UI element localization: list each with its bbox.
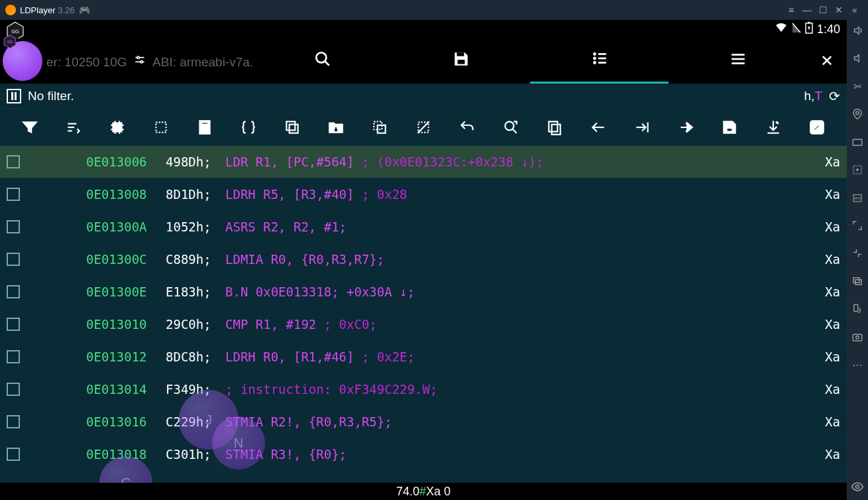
search-again-button[interactable] [489,119,533,136]
add-panel-icon[interactable] [851,163,864,176]
calculator-button[interactable] [183,119,227,136]
svg-point-41 [206,126,207,127]
row-asm: B.N 0x0E013318; +0x30A ↓; [225,284,825,299]
volume-down-icon[interactable] [851,52,864,65]
row-asm: STMIA R3!, {R0}; [225,447,825,462]
svg-point-76 [856,485,859,489]
svg-point-61 [856,111,859,115]
row-address: 0E01300A [86,219,166,234]
tab-saved[interactable] [392,38,530,84]
row-asm: ; instruction: 0xF349C229.W; [225,382,825,397]
tab-memory[interactable] [530,38,669,84]
disasm-row[interactable]: 0E01300C C889h; LDMIA R0, {R0,R3,R7}; Xa [0,243,847,276]
row-address: 0E013006 [86,155,166,169]
row-checkbox[interactable] [7,253,20,266]
row-type: Xa [825,317,840,332]
row-checkbox[interactable] [7,318,20,331]
row-checkbox[interactable] [7,155,20,168]
row-address: 0E01300C [86,252,166,267]
wifi-icon [775,23,788,36]
row-hex: E183h; [166,284,225,299]
disasm-row[interactable]: 0E013010 29C0h; CMP R1, #192 ; 0xC0; Xa [0,308,847,341]
volume-up-icon[interactable] [851,24,864,37]
search-icon [314,50,331,72]
expand-icon[interactable] [851,219,864,232]
close-panel-button[interactable]: ✕ [807,52,847,70]
row-address: 0E013008 [86,187,166,202]
braces-button[interactable] [227,119,270,136]
copy-value-button[interactable] [533,119,576,136]
row-asm: CMP R1, #192 ; 0xC0; [225,317,825,332]
scissors-icon[interactable]: ✂ [851,80,864,93]
svg-rect-53 [549,121,557,131]
row-hex: 498Dh; [166,155,225,169]
collapse-button[interactable]: « [847,5,863,15]
controller-icon: 🎮 [79,5,90,15]
download-button[interactable] [751,119,795,136]
filter-label: No filter. [28,89,74,103]
keyboard-icon[interactable] [851,135,864,149]
eye-icon[interactable] [851,480,864,493]
row-hex: 8DC8h; [166,349,225,364]
disasm-row[interactable]: 0E01300E E183h; B.N 0x0E013318; +0x30A ↓… [0,276,847,308]
row-checkbox[interactable] [7,220,20,233]
disasm-row[interactable]: 0E013016 C229h; STMIA R2!, {R0,R3,R5}; X… [0,406,847,438]
folder-button[interactable] [314,119,358,136]
disasm-row[interactable]: 0E013018 C301h; STMIA R3!, {R0}; Xa [0,438,847,471]
save-file-button[interactable] [708,119,751,136]
row-checkbox[interactable] [7,350,20,363]
edit-button[interactable] [795,119,839,136]
menu-button[interactable]: ≡ [783,5,799,15]
undo-button[interactable] [445,119,489,136]
tab-settings[interactable] [669,38,807,84]
location-icon[interactable] [851,107,864,121]
rotate-icon[interactable] [851,302,864,316]
screenshot-icon[interactable] [851,330,864,344]
collapse-icon[interactable] [851,247,864,260]
pause-button[interactable] [7,89,21,103]
refresh-button[interactable]: ⟳ [829,88,840,104]
more-icon[interactable]: ⋯ [851,358,864,371]
disasm-row[interactable]: 0E013008 8D1Dh; LDRH R5, [R3,#40] ; 0x28… [0,178,847,211]
disasm-row[interactable]: 0E013006 498Dh; LDR R1, [PC,#564] ; (0x0… [0,146,847,178]
svg-point-40 [204,126,205,127]
deselect-button[interactable] [402,119,445,136]
row-hex: C889h; [166,252,225,267]
svg-point-42 [202,129,203,131]
row-checkbox[interactable] [7,415,20,428]
apk-icon[interactable]: APK [851,191,864,204]
tab-search[interactable] [253,38,392,84]
goto-in-button[interactable] [620,119,664,136]
filter-list-button[interactable] [52,119,95,136]
disasm-row[interactable]: 0E01300A 1052h; ASRS R2, R2, #1; Xa [0,211,847,243]
goto-forward-button[interactable] [664,119,708,136]
disasm-row[interactable]: 0E013012 8DC8h; LDRH R0, [R1,#46] ; 0x2E… [0,341,847,373]
select-region-button[interactable] [139,119,183,136]
maximize-button[interactable]: ☐ [815,5,831,15]
svg-rect-38 [201,122,209,124]
close-button[interactable]: ✕ [831,5,847,15]
copy-button[interactable] [270,119,314,136]
disasm-row[interactable]: 0E013014 F349h; ; instruction: 0xF349C22… [0,373,847,406]
row-checkbox[interactable] [7,383,20,396]
row-checkbox[interactable] [7,285,20,298]
row-checkbox[interactable] [7,448,20,461]
row-hex: C301h; [166,447,225,462]
row-type: Xa [825,349,840,364]
android-statusbar: GG 1:40 [0,20,847,38]
gg-float-button[interactable]: GG [3,41,42,81]
filter-button[interactable] [8,119,52,136]
row-checkbox[interactable] [7,188,20,201]
row-hex: 1052h; [166,219,225,234]
cpu-button[interactable] [95,119,139,136]
row-hex: 29C0h; [166,317,225,332]
minimize-button[interactable]: — [799,5,815,15]
copy-region-button[interactable] [358,119,402,136]
type-indicator[interactable]: h,T [804,89,822,103]
layers-icon[interactable] [851,275,864,288]
row-hex: 8D1Dh; [166,187,225,202]
row-address: 0E013018 [86,447,166,462]
goto-back-button[interactable] [576,119,620,136]
disassembly-list[interactable]: J N C 0E013006 498Dh; LDR R1, [PC,#564] … [0,146,847,483]
settings-sliders-icon[interactable] [133,55,150,69]
